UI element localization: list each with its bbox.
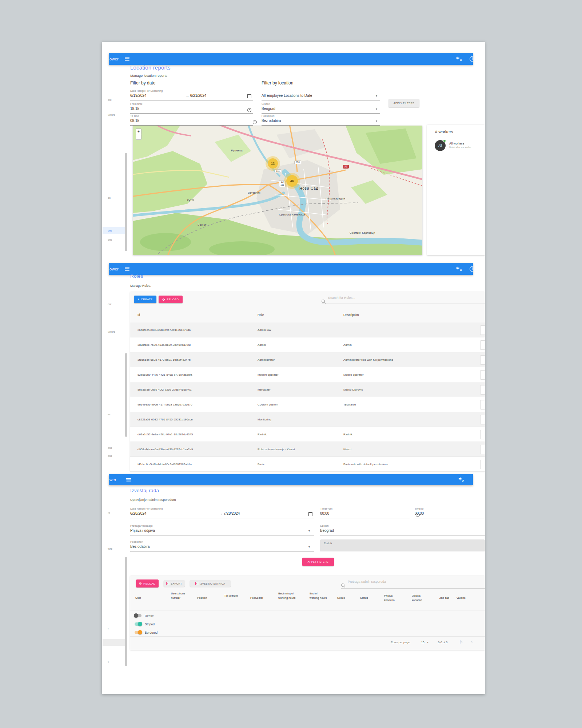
sidebar-item-fragment[interactable]: ons <box>108 454 112 458</box>
validation-select[interactable]: Prijava i odjava <box>130 529 155 533</box>
column-header[interactable]: Beginning of working hours <box>278 592 301 600</box>
translate-icon[interactable]: A <box>459 478 464 482</box>
table-row[interactable]: d63a1d52-4e9a-428c-97e1-18d281dc4345Radn… <box>130 427 485 442</box>
chevron-down-icon[interactable]: ▾ <box>308 529 310 533</box>
column-header[interactable]: Odjava konacno <box>412 594 429 602</box>
bordered-toggle[interactable]: Bordered <box>135 629 158 635</box>
sidebar-active-item[interactable]: ons <box>103 227 125 234</box>
map-cluster-marker[interactable]: 12 <box>268 158 278 169</box>
all-workers-label[interactable]: All workers <box>449 142 465 145</box>
row-action-button[interactable] <box>480 385 485 395</box>
sidebar-item-fragment[interactable]: ucture <box>108 330 115 333</box>
chevron-down-icon[interactable]: ▾ <box>376 107 377 111</box>
row-action-button[interactable] <box>480 400 485 410</box>
reload-button[interactable]: ⟳RELOAD <box>136 579 159 587</box>
column-header[interactable]: PodSector <box>250 596 274 600</box>
sidebar-item-fragment[interactable]: s <box>108 627 109 630</box>
table-row[interactable]: 3d8bfcee-7530-483a-b689-3b9f39ea7f28Admi… <box>130 337 485 352</box>
column-header[interactable]: Prijava konacno <box>384 594 402 602</box>
row-action-button[interactable] <box>480 445 485 454</box>
column-header[interactable]: User <box>135 596 167 600</box>
dense-toggle[interactable]: Dense <box>135 612 154 618</box>
column-header[interactable]: Notice <box>337 596 355 600</box>
translate-icon[interactable]: A <box>457 266 462 271</box>
sidebar-item-fragment[interactable]: es <box>108 196 111 199</box>
row-action-button[interactable] <box>480 415 485 424</box>
table-row[interactable]: c8221a53-6082-4765-8455-55531b196cceMoni… <box>130 412 485 427</box>
sidebar-item-fragment[interactable]: ons <box>108 238 112 241</box>
chevron-down-icon[interactable]: ▾ <box>427 641 428 644</box>
map-zoom-in-button[interactable]: + <box>136 128 141 134</box>
clock-icon[interactable] <box>253 120 257 124</box>
column-header-id[interactable]: Id <box>137 313 140 317</box>
row-action-button[interactable] <box>480 460 485 469</box>
map[interactable]: + − Руменка Футог Ветерник Нови Сад Петр… <box>133 126 422 255</box>
chevron-down-icon[interactable]: ▾ <box>376 119 377 123</box>
time-to-input[interactable]: 00:00 <box>415 511 424 515</box>
profile-icon[interactable] <box>470 266 473 272</box>
column-header[interactable]: User phone number <box>171 592 190 600</box>
column-header[interactable]: Validno <box>457 596 485 600</box>
date-to-input[interactable]: → 6/21/2024 <box>186 94 206 98</box>
sector-select[interactable]: Beograd <box>320 529 334 533</box>
sidebar-item-fragment[interactable]: ture <box>108 547 112 550</box>
work-report-search-input[interactable] <box>347 579 483 584</box>
reload-button[interactable]: ⟳RELOAD <box>159 296 183 303</box>
create-button[interactable]: +CREATE <box>134 296 156 303</box>
date-from-input[interactable]: 6/28/2024 <box>130 511 147 515</box>
column-header[interactable]: End of working hours <box>310 592 328 600</box>
translate-icon[interactable]: A <box>457 56 462 61</box>
sidebar-item-fragment[interactable]: ons <box>108 446 112 450</box>
row-action-button[interactable] <box>480 340 485 350</box>
sidebar-item-fragment[interactable]: nt <box>108 511 110 515</box>
calendar-icon[interactable] <box>308 512 312 516</box>
column-header-description[interactable]: Description <box>343 313 359 317</box>
calendar-icon[interactable] <box>247 94 251 98</box>
subsector-select[interactable]: Bez odabira <box>130 545 150 549</box>
date-from-input[interactable]: 6/19/2024 <box>130 94 147 98</box>
row-action-button[interactable] <box>480 370 485 380</box>
striped-toggle[interactable]: Striped <box>135 621 155 626</box>
column-header[interactable]: Zbir sati <box>439 596 455 600</box>
timesheet-button[interactable]: IZVESTAJ SATNICA <box>190 580 231 587</box>
subsector-select[interactable]: Bez odabira <box>262 119 281 123</box>
menu-icon[interactable] <box>125 57 129 60</box>
table-row[interactable]: d908c44a-ee6a-43be-a436-4297cb1ea2a9Rola… <box>130 442 485 457</box>
table-row[interactable]: 9e349856-996e-417f-bb5a-1ab6b7d3cd70CUst… <box>130 397 485 412</box>
sidebar-item-fragment[interactable]: s <box>108 660 109 663</box>
column-header[interactable]: Status <box>360 596 378 600</box>
prev-page-button[interactable]: < <box>471 640 473 644</box>
map-cluster-marker[interactable]: 46 <box>286 175 298 187</box>
chevron-down-icon[interactable]: ▾ <box>308 545 310 549</box>
apply-filters-button[interactable]: APPLY FILTERS <box>388 99 419 107</box>
from-time-input[interactable]: 18:15 <box>130 107 139 111</box>
sidebar-item-fragment[interactable]: ucture <box>108 113 115 116</box>
roles-search-input[interactable] <box>327 296 482 300</box>
menu-icon[interactable] <box>125 267 129 270</box>
chevron-down-icon[interactable]: ▾ <box>376 94 377 98</box>
time-from-input[interactable]: 00:00 <box>320 511 329 515</box>
column-header-role[interactable]: Role <box>258 313 264 317</box>
table-row[interactable]: 26b8fecf-8082-4ad8-b967-df41251270daAdmi… <box>130 323 485 337</box>
scrollbar[interactable] <box>125 353 127 437</box>
menu-icon[interactable] <box>126 478 131 482</box>
to-time-input[interactable]: 08:15 <box>130 119 139 123</box>
rows-per-page-select[interactable]: 10 <box>421 641 424 644</box>
table-row[interactable]: 8eb3af3e-0dd9-40f2-b25d-27d844658401Mena… <box>130 382 485 397</box>
table-row[interactable]: f41dcc0c-5a8b-4dda-86c3-d9501582ab1aBasi… <box>130 457 485 472</box>
sidebar-item-fragment[interactable]: es <box>108 413 111 416</box>
row-action-button[interactable] <box>480 430 485 439</box>
sidebar-hover-item[interactable] <box>103 639 125 646</box>
column-header[interactable]: Position <box>197 596 219 600</box>
table-row[interactable]: 52b568b9-4476-4421-846a-d775c4aaddfaMobi… <box>130 367 485 382</box>
map-zoom-out-button[interactable]: − <box>136 134 141 140</box>
table-row[interactable]: 3fe565cb-660e-4572-bb21-6fbb2f4d347bAdmi… <box>130 352 485 367</box>
sidebar-item-fragment[interactable]: ent <box>108 98 111 102</box>
sidebar-item-fragment[interactable]: ent <box>108 302 111 306</box>
scrollbar[interactable] <box>125 557 127 666</box>
first-page-button[interactable]: |< <box>460 640 463 644</box>
clock-icon[interactable] <box>247 108 251 112</box>
sector-select[interactable]: Beograd <box>262 107 275 111</box>
scrollbar[interactable] <box>125 153 127 251</box>
row-action-button[interactable] <box>480 325 485 335</box>
